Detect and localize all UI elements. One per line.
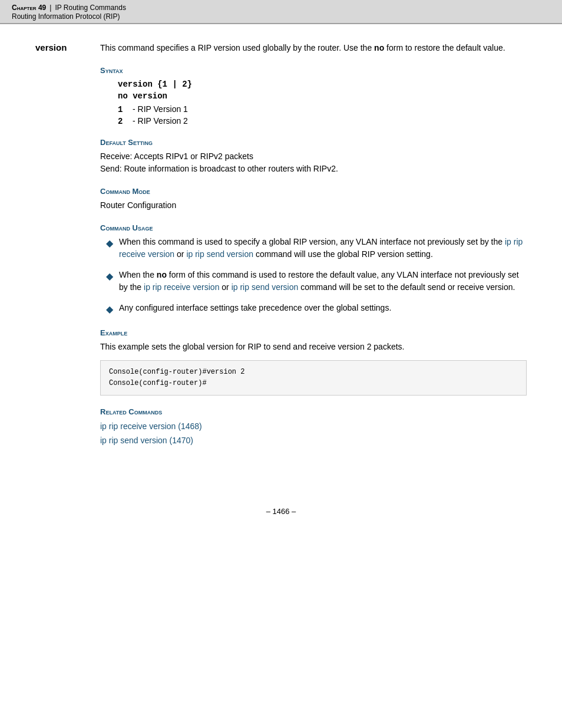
page-content: version This command specifies a RIP ver… bbox=[0, 24, 562, 472]
related-links: ip rip receive version (1468) ip rip sen… bbox=[100, 420, 527, 448]
bullet-diamond-1: ◆ bbox=[106, 236, 113, 251]
command-usage-section: Command Usage ◆ When this command is use… bbox=[100, 223, 527, 317]
param-item-1: 1 - RIP Version 1 bbox=[118, 104, 527, 114]
syntax-line1: version {1 | 2} bbox=[118, 80, 527, 89]
desc-end: form to restore the default value. bbox=[386, 43, 505, 52]
command-section: version This command specifies a RIP ver… bbox=[35, 42, 527, 54]
param-list: 1 - RIP Version 1 2 - RIP Version 2 bbox=[118, 104, 527, 126]
related-commands-header: Related Commands bbox=[100, 407, 527, 416]
bullet-text-2: When the no form of this command is used… bbox=[119, 269, 527, 294]
syntax-block: version {1 | 2} no version bbox=[118, 80, 527, 101]
desc-main: This command specifies a RIP version use… bbox=[100, 43, 372, 52]
link-ip-rip-receive-2[interactable]: ip rip receive version bbox=[144, 282, 219, 292]
command-mode-text: Router Configuration bbox=[100, 199, 527, 212]
code-line-1: Console(config-router)#version 2 bbox=[109, 367, 518, 378]
command-description: This command specifies a RIP version use… bbox=[100, 42, 527, 54]
related-link-1[interactable]: ip rip receive version (1468) bbox=[100, 420, 527, 434]
header-separator: | bbox=[49, 4, 51, 12]
related-link-2[interactable]: ip rip send version (1470) bbox=[100, 434, 527, 448]
bullet-text-1: When this command is used to specify a g… bbox=[119, 236, 527, 261]
syntax-line2: no version bbox=[118, 91, 527, 101]
bullet-diamond-2: ◆ bbox=[106, 269, 113, 284]
header-title: IP Routing Commands bbox=[55, 4, 126, 12]
bullet-diamond-3: ◆ bbox=[106, 302, 113, 317]
bullet-item-1: ◆ When this command is used to specify a… bbox=[106, 236, 527, 261]
bullet-item-3: ◆ Any configured interface settings take… bbox=[106, 302, 527, 317]
link-ip-rip-send-1[interactable]: ip rip send version bbox=[186, 249, 253, 259]
page-header: Chapter 49 | IP Routing Commands Routing… bbox=[0, 0, 562, 24]
command-label: version bbox=[35, 42, 100, 54]
code-block: Console(config-router)#version 2 Console… bbox=[100, 360, 527, 396]
command-mode-header: Command Mode bbox=[100, 187, 527, 196]
chapter-label: Chapter 49 bbox=[12, 4, 46, 12]
example-section: Example This example sets the global ver… bbox=[100, 328, 527, 396]
param-num-2: 2 bbox=[118, 117, 133, 126]
param-item-2: 2 - RIP Version 2 bbox=[118, 116, 527, 126]
related-commands-section: Related Commands ip rip receive version … bbox=[100, 407, 527, 448]
param-desc-1: - RIP Version 1 bbox=[133, 104, 188, 114]
desc-bold: no bbox=[374, 43, 384, 52]
default-setting-header: Default Setting bbox=[100, 138, 527, 147]
example-desc: This example sets the global version for… bbox=[100, 341, 527, 353]
no-bold: no bbox=[157, 270, 167, 279]
bullet-text-3: Any configured interface settings take p… bbox=[119, 302, 527, 314]
syntax-section: Syntax version {1 | 2} no version 1 - RI… bbox=[100, 66, 527, 126]
bullet-list: ◆ When this command is used to specify a… bbox=[106, 236, 527, 317]
default-setting-text2: Send: Route information is broadcast to … bbox=[100, 163, 527, 175]
link-ip-rip-receive-1[interactable]: ip rip receive version bbox=[119, 237, 523, 259]
page-number: – 1466 – bbox=[266, 507, 296, 516]
default-setting-section: Default Setting Receive: Accepts RIPv1 o… bbox=[100, 138, 527, 175]
syntax-header: Syntax bbox=[100, 66, 527, 75]
page-footer: – 1466 – bbox=[0, 507, 562, 528]
link-ip-rip-send-2[interactable]: ip rip send version bbox=[232, 282, 299, 292]
header-subtitle: Routing Information Protocol (RIP) bbox=[12, 12, 550, 21]
param-num-1: 1 bbox=[118, 105, 133, 114]
command-mode-section: Command Mode Router Configuration bbox=[100, 187, 527, 212]
default-setting-text1: Receive: Accepts RIPv1 or RIPv2 packets bbox=[100, 150, 527, 163]
example-header: Example bbox=[100, 328, 527, 337]
param-desc-2: - RIP Version 2 bbox=[133, 116, 188, 126]
bullet-item-2: ◆ When the no form of this command is us… bbox=[106, 269, 527, 294]
command-usage-header: Command Usage bbox=[100, 223, 527, 232]
code-line-2: Console(config-router)# bbox=[109, 378, 518, 389]
